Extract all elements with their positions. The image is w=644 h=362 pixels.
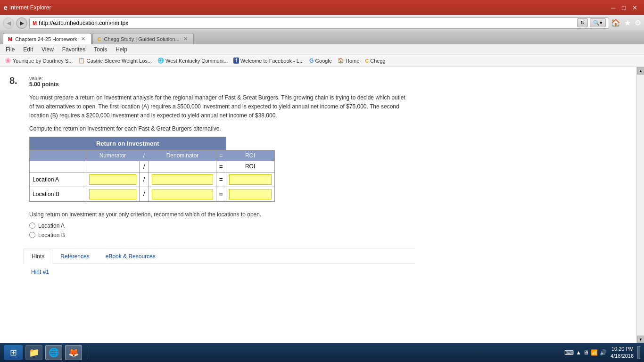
title-bar-left: e Internet Explorer bbox=[4, 4, 51, 11]
location-a-numerator-input[interactable] bbox=[86, 172, 140, 187]
search-button[interactable]: 🔍▾ bbox=[590, 18, 606, 27]
table-sub-header-row: Numerator / Denominator = ROI bbox=[30, 150, 275, 161]
bookmark-icon-facebook: f bbox=[233, 58, 239, 64]
tab-hints[interactable]: Hints bbox=[24, 249, 52, 263]
bookmark-gastric[interactable]: 📋 Gastric Sleeve Weight Los... bbox=[76, 57, 154, 65]
hint-1-link[interactable]: Hint #1 bbox=[31, 269, 49, 275]
maximize-button[interactable]: □ bbox=[619, 3, 628, 12]
menu-tools[interactable]: Tools bbox=[90, 45, 111, 54]
site-favicon: M bbox=[33, 20, 37, 26]
home-icon[interactable]: 🏠 bbox=[611, 18, 620, 27]
bookmark-younique[interactable]: 🌸 Younique by Courtney S... bbox=[3, 57, 74, 65]
system-tray: ⌨ ▲ 🖥 📶 🔊 bbox=[564, 349, 607, 356]
scroll-down-button[interactable]: ▼ bbox=[637, 336, 644, 343]
keyboard-icon: ⌨ bbox=[564, 349, 574, 356]
empty-label bbox=[30, 161, 86, 172]
bookmark-facebook[interactable]: f Welcome to Facebook - L... bbox=[231, 57, 305, 65]
url-input[interactable] bbox=[39, 20, 575, 26]
location-a-denominator-input[interactable] bbox=[149, 172, 216, 187]
taskbar-firefox[interactable]: 🦊 bbox=[65, 345, 82, 360]
chevron-up-icon[interactable]: ▲ bbox=[576, 349, 581, 356]
radio-question-text: Using return on investment as your only … bbox=[29, 211, 415, 218]
show-desktop-button[interactable] bbox=[637, 346, 640, 359]
bookmark-chegg[interactable]: C Chegg bbox=[363, 57, 387, 65]
toolbar-right-icons: 🏠 ★ ⚙ bbox=[611, 18, 641, 27]
taskbar: ⊞ 📁 🌐 🦊 ⌨ ▲ 🖥 📶 🔊 10:20 PM 4/18/2016 bbox=[0, 343, 644, 362]
radio-location-a[interactable] bbox=[29, 222, 35, 229]
tab-chapters-homework[interactable]: M Chapters 24-25 Homework ✕ bbox=[3, 33, 91, 44]
close-button[interactable]: ✕ bbox=[629, 3, 640, 12]
radio-section: Using return on investment as your only … bbox=[29, 211, 415, 239]
clock-time: 10:20 PM bbox=[611, 346, 634, 353]
radio-label-a[interactable]: Location A bbox=[38, 222, 65, 229]
tab-chegg-study[interactable]: C Chegg Study | Guided Solution... ✕ bbox=[92, 33, 194, 44]
equals-cell-1: = bbox=[216, 161, 226, 172]
taskbar-ie[interactable]: 🌐 bbox=[45, 345, 62, 360]
window-controls[interactable]: ─ □ ✕ bbox=[608, 3, 640, 12]
equals-cell-2: = bbox=[216, 172, 226, 187]
minimize-button[interactable]: ─ bbox=[608, 3, 618, 12]
volume-icon[interactable]: 🔊 bbox=[600, 349, 607, 356]
location-b-numerator-field[interactable] bbox=[89, 189, 136, 199]
location-a-denominator-field[interactable] bbox=[152, 174, 213, 185]
menu-view[interactable]: View bbox=[38, 45, 58, 54]
menu-file[interactable]: File bbox=[2, 45, 18, 54]
hints-content: Hint #1 bbox=[24, 263, 415, 280]
browser-toolbar: ◀ ▶ M ↻ 🔍▾ 🏠 ★ ⚙ bbox=[0, 15, 644, 31]
content-tabs-section: Hints References eBook & Resources Hint … bbox=[24, 248, 415, 280]
bookmark-home[interactable]: 🏠 Home bbox=[336, 57, 361, 65]
radio-label-b[interactable]: Location B bbox=[38, 232, 65, 239]
window-title: Internet Explorer bbox=[9, 4, 51, 11]
location-b-denominator-field[interactable] bbox=[152, 189, 213, 199]
location-b-denominator-input[interactable] bbox=[149, 187, 216, 201]
bookmark-icon-home: 🏠 bbox=[338, 58, 344, 64]
tab-close-1[interactable]: ✕ bbox=[80, 36, 86, 42]
start-button[interactable]: ⊞ bbox=[4, 345, 23, 360]
tab-ebook[interactable]: eBook & Resources bbox=[98, 249, 164, 263]
bookmark-icon-wkcu: 🌐 bbox=[157, 58, 164, 64]
value-label: value: bbox=[29, 75, 59, 81]
favorites-star-icon[interactable]: ★ bbox=[624, 18, 631, 27]
tab-close-2[interactable]: ✕ bbox=[182, 36, 189, 42]
bookmark-label-chegg: Chegg bbox=[370, 58, 385, 64]
table-row-location-a: Location A / = bbox=[30, 172, 275, 187]
location-a-roi-result bbox=[226, 172, 274, 187]
menu-favorites[interactable]: Favorites bbox=[58, 45, 89, 54]
table-row-location-b: Location B / = bbox=[30, 187, 275, 201]
location-a-numerator-field[interactable] bbox=[89, 174, 136, 185]
radio-option-a: Location A bbox=[29, 222, 415, 229]
bookmark-google[interactable]: G Google bbox=[307, 57, 334, 65]
back-button[interactable]: ◀ bbox=[3, 17, 14, 29]
bookmark-label-younique: Younique by Courtney S... bbox=[13, 58, 73, 64]
bookmark-icon-chegg: C bbox=[365, 58, 369, 64]
bookmark-label-google: Google bbox=[315, 58, 331, 64]
tab-favicon-2: C bbox=[98, 36, 101, 42]
question-meta: value: 5.00 points bbox=[29, 75, 59, 88]
taskbar-file-explorer[interactable]: 📁 bbox=[25, 345, 42, 360]
location-a-label: Location A bbox=[30, 172, 86, 187]
tab-label-1: Chapters 24-25 Homework bbox=[15, 36, 77, 42]
location-b-numerator-input[interactable] bbox=[86, 187, 140, 201]
question-number: 8. bbox=[9, 75, 24, 86]
col-roi-header: ROI bbox=[226, 150, 274, 161]
refresh-button[interactable]: ↻ bbox=[577, 18, 588, 27]
location-b-label: Location B bbox=[30, 187, 86, 201]
menu-edit[interactable]: Edit bbox=[19, 45, 37, 54]
forward-button[interactable]: ▶ bbox=[16, 17, 27, 29]
radio-location-b[interactable] bbox=[29, 232, 35, 238]
tab-references[interactable]: References bbox=[52, 249, 97, 263]
col-denominator-header: Denominator bbox=[149, 150, 216, 161]
bookmark-wkcu[interactable]: 🌐 West Kentucky Communi... bbox=[156, 57, 230, 65]
slash-cell-1: / bbox=[140, 161, 149, 172]
roi-label-row: / = ROI bbox=[30, 161, 275, 172]
address-bar: M ↻ 🔍▾ bbox=[29, 17, 609, 29]
table-main-header-row: Return on Investment bbox=[30, 137, 275, 150]
menu-help[interactable]: Help bbox=[112, 45, 131, 54]
scrollbar[interactable]: ▲ ▼ bbox=[636, 67, 644, 343]
settings-gear-icon[interactable]: ⚙ bbox=[635, 18, 641, 27]
scroll-up-button[interactable]: ▲ bbox=[637, 67, 644, 74]
bookmark-icon-younique: 🌸 bbox=[5, 58, 11, 64]
content-tabs-bar: Hints References eBook & Resources bbox=[24, 248, 415, 263]
roi-table: Return on Investment Numerator / Denomin… bbox=[29, 137, 275, 202]
bookmark-label-home: Home bbox=[346, 58, 359, 64]
